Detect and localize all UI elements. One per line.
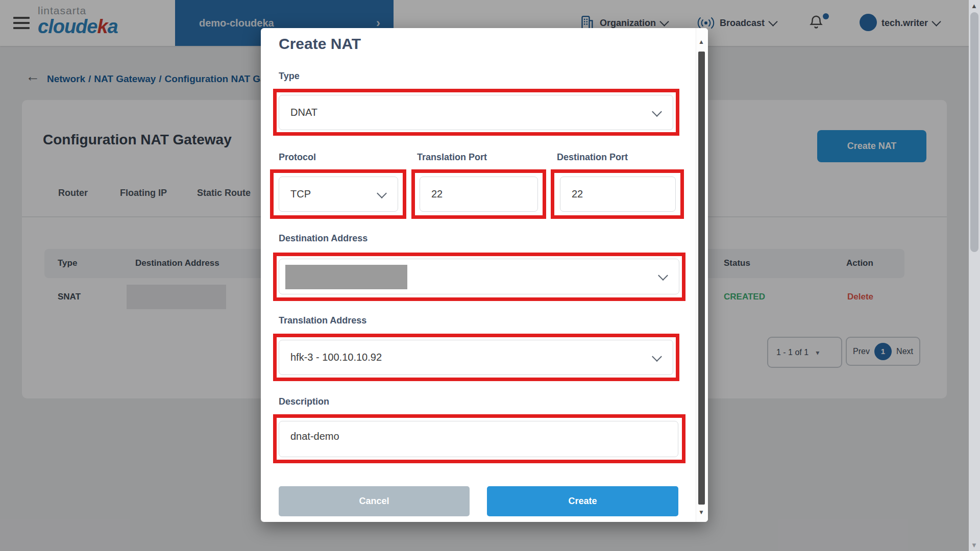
modal-title: Create NAT [279,35,361,53]
cancel-button[interactable]: Cancel [279,486,470,516]
page-scrollbar[interactable]: ▲ ▼ [969,0,980,551]
translation-address-value: hfk-3 - 100.10.10.92 [290,352,382,363]
protocol-label: Protocol [279,152,316,163]
translation-address-label: Translation Address [279,315,366,326]
scroll-down-icon[interactable]: ▼ [971,541,977,549]
scroll-down-icon[interactable]: ▼ [698,509,704,516]
page-scrollbar-thumb[interactable] [970,12,978,252]
scroll-up-icon[interactable]: ▲ [971,2,977,10]
type-select[interactable]: DNAT [279,95,673,130]
modal-scrollbar-thumb[interactable] [698,52,705,505]
type-label: Type [279,71,300,82]
description-textarea[interactable]: dnat-demo [279,421,678,457]
description-label: Description [279,396,329,407]
chevron-down-icon [652,352,662,362]
protocol-select[interactable]: TCP [279,177,398,212]
scroll-up-icon[interactable]: ▲ [698,38,704,45]
type-value: DNAT [290,107,317,118]
translation-port-label: Translation Port [417,152,487,163]
description-value: dnat-demo [290,431,339,442]
create-button[interactable]: Create [487,486,678,516]
redacted-destination-address-value [285,265,407,289]
chevron-down-icon [377,188,387,198]
chevron-down-icon [652,107,662,117]
modal-scrollbar[interactable]: ▲ ▼ [696,28,708,522]
destination-address-label: Destination Address [279,233,368,244]
chevron-down-icon [658,270,668,281]
destination-port-value: 22 [572,188,583,200]
translation-port-input[interactable]: 22 [420,177,538,212]
protocol-value: TCP [290,188,311,200]
create-nat-modal: Create NAT Type DNAT Protocol Translatio… [261,28,708,522]
translation-address-select[interactable]: hfk-3 - 100.10.10.92 [279,340,673,375]
destination-address-select[interactable] [279,259,679,294]
destination-port-label: Destination Port [557,152,628,163]
destination-port-input[interactable]: 22 [560,177,676,212]
translation-port-value: 22 [431,188,443,200]
